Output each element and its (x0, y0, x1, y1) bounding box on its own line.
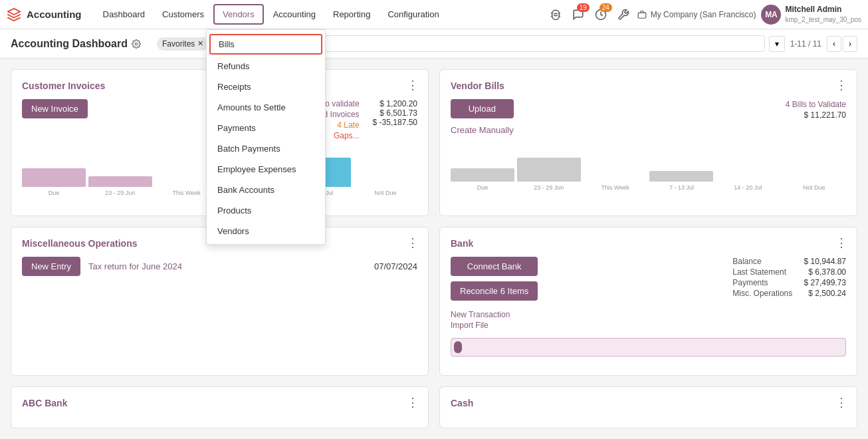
dropdown-item-amounts-to-settle[interactable]: Amounts to Settle (207, 97, 325, 118)
vendors-dropdown-menu: Bills Refunds Receipts Amounts to Settle… (206, 29, 326, 245)
vb-chart-label-thisweek: This Week (584, 184, 647, 191)
vendor-bills-stats: 4 Bills to Validate $ 11,221.70 (786, 99, 846, 120)
svg-point-2 (135, 43, 138, 45)
vb-chart-label-jun23: 23 - 29 Jun (517, 184, 581, 191)
vb-chart-label-jul14: 14 - 20 Jul (716, 184, 780, 191)
dropdown-item-bills[interactable]: Bills (209, 34, 322, 55)
prev-page-button[interactable]: ‹ (827, 36, 841, 52)
amount3: $ -35,187.50 (373, 118, 417, 127)
vb-chart-label-jul7: 7 - 13 Jul (649, 184, 713, 191)
misc-entry-date: 07/07/2024 (374, 261, 417, 271)
nav-item-accounting[interactable]: Accounting (265, 5, 324, 23)
cash-card: Cash ⋮ (439, 386, 857, 428)
bank-links: New Transaction Import File (451, 310, 538, 330)
app-title: Accounting (27, 9, 82, 20)
dropdown-item-vendors[interactable]: Vendors (207, 221, 325, 241)
user-company: kmp_2_test_may_30_pos (785, 15, 861, 24)
pagination-info: 1-11 / 11 (790, 39, 821, 49)
bug-icon-button[interactable] (547, 6, 564, 23)
bank-title: Bank (451, 238, 846, 249)
abc-bank-title: ABC Bank (22, 398, 417, 408)
wrench-icon-button[interactable] (615, 6, 632, 23)
chart-label-jun23: 23 - 29 Jun (88, 190, 152, 196)
abc-bank-menu-btn[interactable]: ⋮ (407, 396, 419, 408)
clock-badge: 24 (599, 3, 612, 12)
payments-value: $ 27,499.73 (804, 278, 846, 287)
cash-title: Cash (451, 398, 846, 408)
chart-label-due: Due (22, 190, 86, 196)
dropdown-item-employee-expenses[interactable]: Employee Expenses (207, 159, 325, 180)
bank-slider-handle[interactable] (454, 341, 462, 353)
misc-entry-description[interactable]: Tax return for June 2024 (88, 261, 366, 271)
nav-item-customers[interactable]: Customers (154, 5, 212, 23)
upload-button[interactable]: Upload (451, 99, 514, 118)
nav-item-dashboard[interactable]: Dashboard (95, 5, 154, 23)
bills-to-validate-link[interactable]: 4 Bills to Validate (786, 100, 846, 109)
clock-icon-button[interactable]: 24 (592, 6, 609, 23)
vendor-bills-menu-btn[interactable]: ⋮ (835, 79, 847, 91)
bank-menu-btn[interactable]: ⋮ (835, 237, 847, 249)
new-entry-button[interactable]: New Entry (22, 257, 80, 276)
misc-ops-value: $ 2,500.24 (808, 289, 846, 298)
cash-menu-btn[interactable]: ⋮ (835, 396, 847, 408)
page-title: Accounting Dashboard (11, 38, 141, 50)
dropdown-item-receipts[interactable]: Receipts (207, 76, 325, 97)
reconcile-items-button[interactable]: Reconcile 6 Items (451, 281, 538, 301)
bank-balances: Balance $ 10,944.87 Last Statement $ 6,3… (732, 257, 846, 299)
invoice-amounts: $ 1,200.20 $ 6,501.73 $ -35,187.50 (373, 99, 417, 127)
favorites-close-icon[interactable]: ✕ (197, 39, 203, 48)
dropdown-item-bank-accounts[interactable]: Bank Accounts (207, 180, 325, 200)
user-profile[interactable]: MA Mitchell Admin kmp_2_test_may_30_pos (761, 5, 861, 25)
validate-amount: $ 11,221.70 (786, 110, 846, 120)
avatar: MA (761, 5, 781, 25)
misc-operations-menu-btn[interactable]: ⋮ (407, 237, 419, 249)
favorites-label: Favorites (162, 39, 195, 49)
vb-chart-label-due: Due (451, 184, 514, 191)
last-statement-label: Last Statement (732, 267, 786, 277)
create-manually-link[interactable]: Create Manually (451, 125, 514, 135)
bank-slider-area[interactable] (451, 338, 846, 357)
balance-label: Balance (732, 257, 761, 266)
amount2: $ 6,501.73 (373, 108, 417, 118)
nav-right-area: 19 24 My Company (San Francisco) MA Mitc… (547, 5, 861, 25)
nav-item-configuration[interactable]: Configuration (380, 5, 447, 23)
dropdown-item-batch-payments[interactable]: Batch Payments (207, 138, 325, 159)
main-content: Customer Invoices ⋮ New Invoice 9 Invoic… (0, 59, 868, 439)
pagination-buttons: ‹ › (827, 36, 857, 52)
settings-icon[interactable] (132, 39, 141, 49)
abc-bank-card: ABC Bank ⋮ (11, 386, 429, 428)
new-invoice-button[interactable]: New Invoice (22, 99, 88, 118)
vendor-bills-chart: Due 23 - 29 Jun This Week 7 - 13 Jul 14 … (451, 142, 846, 191)
dropdown-item-payments[interactable]: Payments (207, 118, 325, 138)
favorites-tag[interactable]: Favorites ✕ (157, 37, 209, 51)
chart-label-notdue: Not Due (354, 190, 417, 196)
messages-icon-button[interactable]: 19 (570, 6, 587, 23)
company-name: My Company (San Francisco) (651, 10, 756, 19)
vendor-bills-card: Vendor Bills ⋮ Upload Create Manually 4 … (439, 69, 857, 216)
misc-entry-row: New Entry Tax return for June 2024 07/07… (22, 257, 417, 276)
app-logo[interactable] (7, 7, 21, 22)
nav-menu: Dashboard Customers Vendors Accounting R… (95, 4, 547, 25)
company-info[interactable]: My Company (San Francisco) (637, 10, 756, 19)
vb-chart-label-notdue: Not Due (782, 184, 846, 191)
payments-label: Payments (732, 278, 768, 287)
bank-action-buttons: Connect Bank Reconcile 6 Items New Trans… (451, 257, 538, 330)
search-dropdown-btn[interactable]: ▾ (769, 36, 785, 52)
messages-badge: 19 (577, 3, 590, 12)
new-transaction-link[interactable]: New Transaction (451, 310, 538, 319)
nav-item-reporting[interactable]: Reporting (325, 5, 378, 23)
top-navigation: Accounting Dashboard Customers Vendors A… (0, 0, 868, 29)
nav-item-vendors[interactable]: Vendors (213, 4, 264, 25)
misc-ops-label: Misc. Operations (732, 289, 792, 298)
next-page-button[interactable]: › (843, 36, 857, 52)
amount1: $ 1,200.20 (373, 99, 417, 108)
customer-invoices-menu-btn[interactable]: ⋮ (407, 79, 419, 91)
connect-bank-button[interactable]: Connect Bank (451, 257, 538, 276)
import-file-link[interactable]: Import File (451, 321, 538, 330)
user-name: Mitchell Admin (785, 5, 861, 15)
dropdown-item-products[interactable]: Products (207, 200, 325, 221)
vendor-bills-title: Vendor Bills (451, 80, 846, 91)
balance-value: $ 10,944.87 (804, 257, 846, 266)
svg-rect-1 (638, 13, 646, 18)
dropdown-item-refunds[interactable]: Refunds (207, 56, 325, 76)
